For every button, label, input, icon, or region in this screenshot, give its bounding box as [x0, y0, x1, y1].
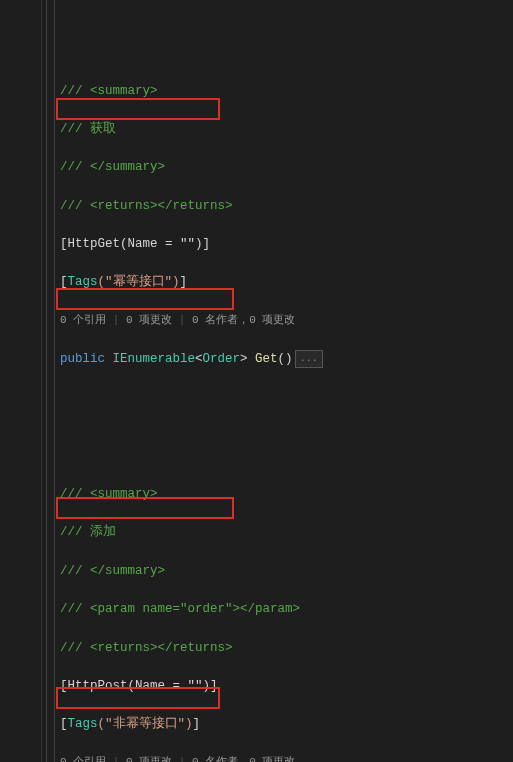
xml-doc: /// <summary>	[60, 84, 158, 98]
editor-gutter	[0, 0, 42, 762]
tags-value: ("非幂等接口")	[98, 717, 193, 731]
bracket: [	[60, 717, 68, 731]
keyword-public: public	[60, 352, 105, 366]
bracket: ]	[193, 717, 201, 731]
xml-doc: /// <summary>	[60, 487, 158, 501]
bracket: [	[60, 275, 68, 289]
bracket: ]	[180, 275, 188, 289]
xml-doc: /// <returns></returns>	[60, 641, 233, 655]
xml-doc: /// <returns></returns>	[60, 199, 233, 213]
collapsed-body[interactable]: ...	[295, 350, 323, 368]
tags-attribute: Tags	[68, 275, 98, 289]
xml-doc: /// 获取	[60, 122, 116, 136]
params: ()	[278, 352, 293, 366]
codelens[interactable]: 0 个引用 | 0 项更改 | 0 名作者，0 项更改	[60, 754, 383, 762]
attribute-httppost: [HttpPost(Name = "")]	[60, 679, 218, 693]
codelens[interactable]: 0 个引用 | 0 项更改 | 0 名作者，0 项更改	[60, 312, 383, 331]
xml-doc: /// </summary>	[60, 160, 165, 174]
tags-attribute: Tags	[68, 717, 98, 731]
return-type: IEnumerable	[113, 352, 196, 366]
indent-guide	[54, 0, 55, 762]
tags-value: ("幂等接口")	[98, 275, 180, 289]
xml-doc: /// <param name="order"></param>	[60, 602, 300, 616]
xml-doc: /// 添加	[60, 525, 116, 539]
method-post-block: /// <summary> /// 添加 /// </summary> /// …	[60, 466, 383, 762]
generic-type: Order	[203, 352, 241, 366]
xml-doc: /// </summary>	[60, 564, 165, 578]
attribute-httpget: [HttpGet(Name = "")]	[60, 237, 210, 251]
method-get-block: /// <summary> /// 获取 /// </summary> /// …	[60, 62, 383, 388]
indent-guide	[46, 0, 47, 762]
code-area[interactable]: /// <summary> /// 获取 /// </summary> /// …	[60, 4, 383, 762]
method-name: Get	[255, 352, 278, 366]
